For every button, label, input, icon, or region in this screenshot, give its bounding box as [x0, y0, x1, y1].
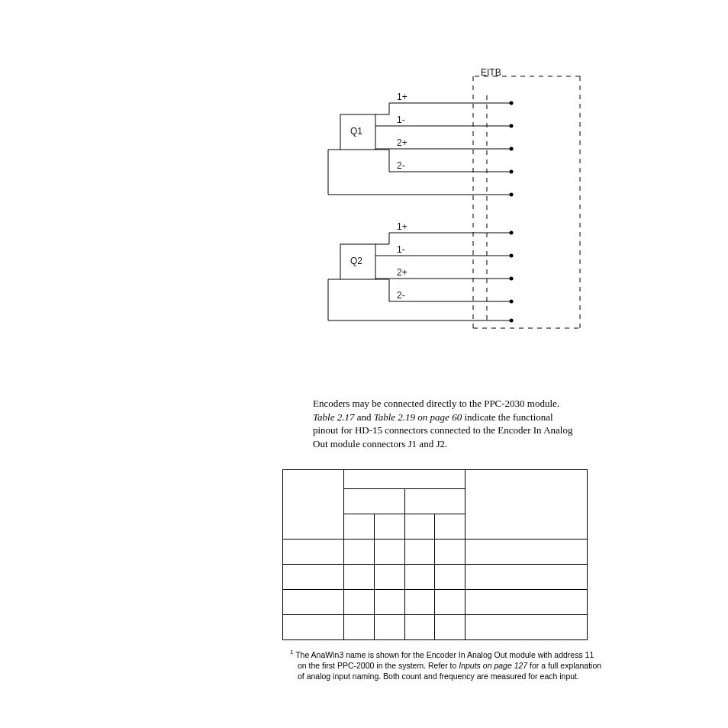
table-row	[283, 470, 588, 489]
svg-point-5	[510, 124, 514, 128]
table-row	[283, 615, 588, 640]
q2-sig-1m: 1-	[397, 244, 405, 255]
svg-point-16	[510, 319, 514, 323]
svg-point-9	[510, 193, 514, 197]
q1-sig-2m: 2-	[397, 160, 405, 171]
table-row	[283, 590, 588, 615]
q2-sig-2p: 2+	[397, 267, 407, 278]
svg-point-12	[510, 254, 514, 258]
q1-sig-1p: 1+	[397, 92, 407, 102]
table-row	[283, 565, 588, 590]
q1-sig-1m: 1-	[397, 114, 405, 125]
svg-point-10	[510, 231, 514, 235]
body-sent1: Encoders may be connected directly to th…	[313, 398, 559, 409]
q2-sig-2m: 2-	[397, 290, 405, 301]
block-q2-label: Q2	[350, 256, 362, 266]
block-q1-label: Q1	[350, 126, 362, 137]
svg-point-15	[510, 300, 514, 304]
table-row	[283, 540, 588, 565]
pinout-table	[282, 469, 588, 640]
q1-sig-2p: 2+	[397, 137, 407, 148]
svg-point-8	[510, 170, 514, 174]
svg-point-14	[510, 277, 514, 281]
svg-point-3	[510, 101, 514, 105]
boundary-label: EITB	[481, 67, 501, 78]
body-paragraph: Encoders may be connected directly to th…	[313, 397, 580, 450]
encoder-wiring-diagram	[298, 61, 588, 343]
svg-point-7	[510, 147, 514, 151]
body-ref-1: Table 2.17	[313, 411, 354, 423]
body-ref-2: Table 2.19 on page 60	[374, 411, 462, 423]
body-mid1: and	[354, 411, 373, 423]
footnote-ref: Inputs on page 127	[459, 661, 527, 670]
q2-sig-1p: 1+	[397, 221, 407, 232]
table-footnote: 1 The AnaWin3 name is shown for the Enco…	[282, 649, 603, 681]
